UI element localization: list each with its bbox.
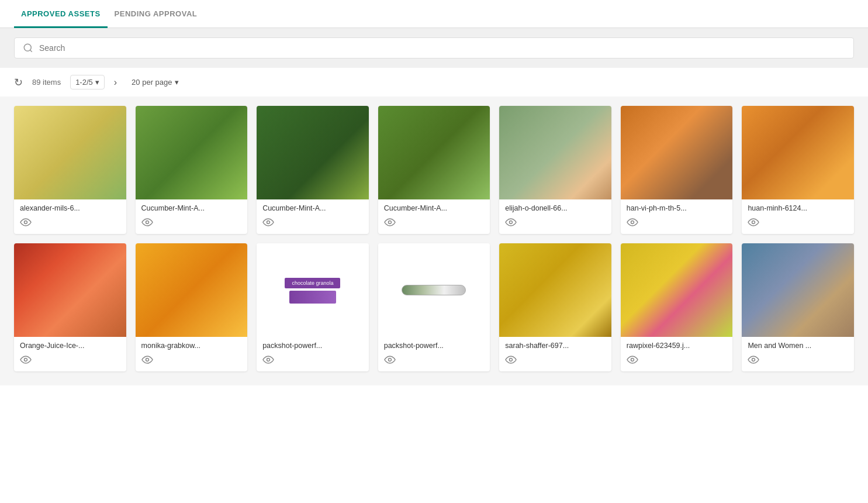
asset-actions (14, 352, 126, 371)
svg-point-11 (267, 359, 270, 361)
asset-thumbnail (742, 243, 854, 337)
svg-point-8 (752, 221, 755, 224)
asset-thumbnail (621, 243, 733, 337)
asset-name: huan-minh-6124... (748, 204, 848, 212)
toolbar: ↻ 89 items 1-2/5 ▾ › 20 per page ▾ (0, 68, 868, 97)
svg-point-3 (146, 221, 148, 224)
tabs-bar: APPROVED ASSETS PENDING APPROVAL (0, 0, 868, 28)
asset-thumbnail (742, 106, 854, 199)
preview-icon[interactable] (505, 217, 517, 229)
svg-point-4 (267, 221, 270, 224)
asset-card: han-vi-ph-m-th-5... (621, 106, 733, 234)
asset-thumbnail (136, 106, 248, 199)
asset-name: alexander-mils-6... (20, 204, 120, 212)
asset-thumbnail (257, 106, 369, 199)
asset-thumbnail (499, 106, 611, 199)
preview-icon[interactable] (748, 354, 759, 367)
preview-icon[interactable] (262, 217, 274, 229)
next-page-button[interactable]: › (114, 77, 117, 88)
per-page-selector[interactable]: 20 per page ▾ (126, 75, 184, 89)
asset-name: Cucumber-Mint-A... (384, 204, 485, 212)
asset-card: packshot-powerf... (378, 243, 490, 371)
asset-actions (499, 215, 611, 234)
asset-info: Cucumber-Mint-A... (257, 199, 369, 215)
asset-actions (742, 215, 854, 234)
svg-point-7 (631, 221, 634, 224)
asset-actions (378, 215, 490, 234)
asset-card: huan-minh-6124... (742, 106, 854, 234)
chevron-down-icon: ▾ (95, 78, 99, 87)
svg-point-10 (146, 359, 148, 361)
asset-info: packshot-powerf... (378, 337, 490, 352)
asset-thumbnail (136, 243, 248, 337)
preview-icon[interactable] (627, 354, 638, 367)
preview-icon[interactable] (748, 217, 759, 229)
preview-icon[interactable] (505, 354, 517, 367)
asset-thumbnail (14, 106, 126, 199)
chevron-right-icon: › (114, 77, 117, 88)
asset-actions (378, 352, 490, 371)
pagination-label: 1-2/5 (75, 78, 93, 87)
asset-card: Orange-Juice-Ice-... (14, 243, 126, 371)
preview-icon[interactable] (627, 217, 638, 229)
asset-actions (257, 352, 369, 371)
search-icon (23, 43, 33, 53)
app-container: APPROVED ASSETS PENDING APPROVAL ↻ 89 it… (0, 0, 868, 503)
asset-actions (621, 215, 733, 234)
asset-info: Cucumber-Mint-A... (378, 199, 490, 215)
per-page-label: 20 per page (132, 78, 172, 87)
search-input[interactable] (39, 43, 845, 53)
asset-thumbnail (14, 243, 126, 337)
asset-actions (14, 215, 126, 234)
asset-actions (257, 215, 369, 234)
asset-card: Men and Women ... (742, 243, 854, 371)
preview-icon[interactable] (262, 354, 274, 367)
asset-actions (742, 352, 854, 371)
tab-approved-assets[interactable]: APPROVED ASSETS (14, 0, 108, 28)
svg-point-2 (25, 221, 27, 224)
asset-name: packshot-powerf... (384, 342, 485, 350)
asset-thumbnail: chocolate granola (257, 243, 369, 337)
asset-card: monika-grabkow... (136, 243, 248, 371)
asset-name: rawpixel-623459.j... (627, 342, 727, 350)
asset-actions (499, 352, 611, 371)
svg-point-5 (388, 221, 391, 224)
tab-pending-approval[interactable]: PENDING APPROVAL (108, 0, 205, 28)
asset-info: Cucumber-Mint-A... (136, 199, 248, 215)
preview-icon[interactable] (141, 217, 153, 229)
preview-icon[interactable] (20, 354, 32, 367)
asset-name: elijah-o-donell-66... (505, 204, 606, 212)
refresh-button[interactable]: ↻ (14, 76, 23, 89)
preview-icon[interactable] (20, 217, 32, 229)
asset-info: alexander-mils-6... (14, 199, 126, 215)
asset-card: Cucumber-Mint-A... (378, 106, 490, 234)
svg-point-15 (752, 359, 755, 361)
preview-icon[interactable] (141, 354, 153, 367)
asset-actions (621, 352, 733, 371)
asset-info: rawpixel-623459.j... (621, 337, 733, 352)
asset-card: sarah-shaffer-697... (499, 243, 611, 371)
chevron-down-icon: ▾ (175, 78, 179, 87)
asset-name: sarah-shaffer-697... (505, 342, 606, 350)
items-count: 89 items (32, 78, 61, 87)
asset-info: han-vi-ph-m-th-5... (621, 199, 733, 215)
search-bar (14, 37, 854, 58)
asset-thumbnail (621, 106, 733, 199)
preview-icon[interactable] (384, 354, 396, 367)
asset-name: monika-grabkow... (141, 342, 242, 350)
asset-thumbnail (378, 106, 490, 199)
svg-point-0 (24, 44, 31, 51)
asset-info: monika-grabkow... (136, 337, 248, 352)
asset-name: han-vi-ph-m-th-5... (627, 204, 727, 212)
asset-info: huan-minh-6124... (742, 199, 854, 215)
preview-icon[interactable] (384, 217, 396, 229)
asset-info: packshot-powerf... (257, 337, 369, 352)
asset-name: Men and Women ... (748, 342, 848, 350)
asset-card: rawpixel-623459.j... (621, 243, 733, 371)
pagination-selector[interactable]: 1-2/5 ▾ (70, 75, 105, 89)
search-bar-wrapper (0, 28, 868, 68)
refresh-icon: ↻ (14, 76, 23, 89)
asset-name: packshot-powerf... (262, 342, 363, 350)
asset-thumbnail (378, 243, 490, 337)
svg-point-14 (631, 359, 634, 361)
